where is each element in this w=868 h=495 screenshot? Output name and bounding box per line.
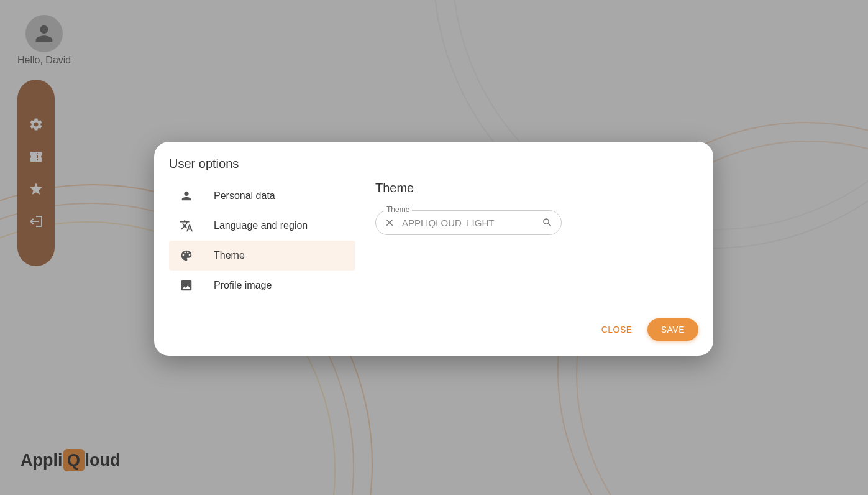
search-icon[interactable] (541, 216, 554, 229)
option-label: Personal data (214, 190, 275, 201)
image-icon (179, 278, 194, 293)
theme-input[interactable] (396, 218, 541, 228)
option-profile-image[interactable]: Profile image (169, 271, 355, 300)
theme-panel: Theme Theme (375, 181, 698, 308)
theme-field: Theme (375, 210, 562, 235)
palette-icon (179, 248, 194, 263)
panel-title: Theme (375, 181, 698, 195)
save-button[interactable]: SAVE (647, 318, 698, 341)
option-personal-data[interactable]: Personal data (169, 181, 355, 211)
translate-icon (179, 218, 194, 233)
field-label: Theme (384, 205, 412, 214)
option-label: Theme (214, 250, 245, 261)
options-list: Personal data Language and region Theme … (169, 181, 355, 308)
close-icon[interactable] (383, 216, 396, 229)
person-icon (179, 188, 194, 203)
close-button[interactable]: CLOSE (594, 320, 640, 340)
option-theme[interactable]: Theme (169, 241, 355, 271)
option-language-region[interactable]: Language and region (169, 211, 355, 241)
option-label: Profile image (214, 280, 272, 291)
user-options-dialog: User options Personal data Language and … (154, 142, 713, 356)
option-label: Language and region (214, 220, 308, 231)
dialog-title: User options (169, 157, 698, 171)
